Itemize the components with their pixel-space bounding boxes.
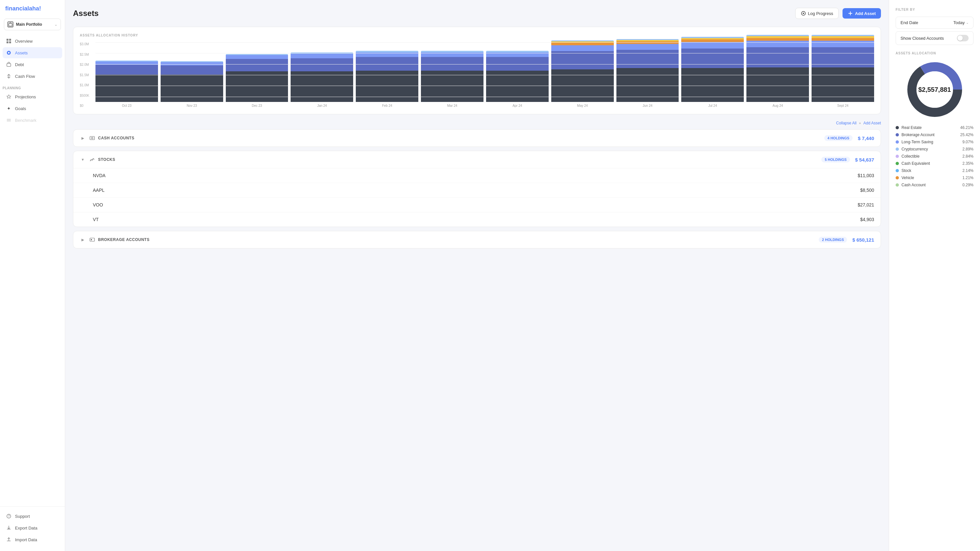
legend-label: Stock — [902, 168, 960, 173]
legend-pct: 2.35% — [963, 161, 974, 166]
sidebar-item-support[interactable]: ? Support — [3, 511, 62, 522]
holding-row-aapl: AAPL $8,500 — [73, 183, 881, 197]
show-closed-filter: Show Closed Accounts — [896, 31, 974, 45]
add-asset-link[interactable]: Add Asset — [863, 121, 881, 125]
legend-pct: 1.21% — [963, 176, 974, 180]
separator-dot — [859, 122, 861, 124]
nav-section-main: Overview Assets Debt Cash Flow — [0, 35, 65, 83]
bar-group: Jun 24 — [616, 39, 679, 108]
legend-item-real-estate: Real Estate 46.21% — [896, 125, 974, 130]
cash-accounts-total: $ 7,440 — [858, 135, 874, 141]
bar-group: Apr 24 — [486, 51, 549, 108]
assets-icon — [6, 50, 12, 56]
cash-accounts-label: CASH ACCOUNTS — [98, 136, 824, 140]
legend-pct: 0.29% — [963, 183, 974, 187]
legend-dot — [896, 140, 899, 144]
donut-center: $2,557,881 — [918, 86, 951, 94]
collapse-all-button[interactable]: Collapse All — [836, 121, 856, 125]
sidebar-item-label: Support — [15, 514, 30, 519]
bar-label: Aug 24 — [772, 104, 783, 108]
allocation-title: ASSETS ALLOCATION — [896, 51, 974, 55]
sidebar-item-goals[interactable]: ✦ Goals — [3, 103, 62, 114]
legend-label: Cash Account — [902, 183, 960, 187]
portfolio-selector[interactable]: Main Portfolio ⌄ — [4, 19, 61, 30]
bar-label: Oct 23 — [122, 104, 131, 108]
bar-label: Dec 23 — [252, 104, 262, 108]
y-label: $2.0M — [80, 63, 89, 67]
legend-list: Real Estate 46.21% Brokerage Account 25.… — [896, 125, 974, 187]
sidebar-item-export[interactable]: Export Data — [3, 522, 62, 534]
account-group-stocks: ▼ STOCKS 5 HOLDINGS $ 54,637 NVDA $11,00… — [73, 151, 881, 227]
bar-group: May 24 — [551, 40, 614, 108]
svg-rect-18 — [90, 238, 94, 241]
y-label: $3.0M — [80, 42, 89, 46]
donut-chart: $2,557,881 — [896, 60, 974, 119]
sidebar-item-label: Export Data — [15, 526, 37, 530]
cash-accounts-header[interactable]: ▶ CASH ACCOUNTS 4 HOLDINGS $ 7,440 — [73, 130, 881, 146]
export-icon — [6, 525, 12, 531]
main-content: Assets Log Progress Add Asset ASSETS ALL… — [65, 0, 980, 551]
bar-label: Feb 24 — [382, 104, 392, 108]
sidebar-item-assets[interactable]: Assets — [3, 47, 62, 58]
legend-label: Long-Term Saving — [902, 140, 960, 144]
planning-section-label: PLANNING — [0, 83, 65, 91]
y-label: $1.0M — [80, 83, 89, 87]
holding-value: $11,003 — [858, 173, 874, 178]
import-icon — [6, 537, 12, 543]
sidebar-item-cashflow[interactable]: Cash Flow — [3, 71, 62, 82]
sidebar-item-label: Overview — [15, 39, 33, 44]
legend-pct: 25.42% — [960, 133, 974, 137]
show-closed-toggle[interactable] — [957, 35, 969, 41]
end-date-filter[interactable]: End Date Today ⌄ — [896, 17, 974, 29]
chevron-down-icon: ⌄ — [966, 21, 969, 24]
legend-item-long-term: Long-Term Saving 9.07% — [896, 140, 974, 144]
bar-group: Jul 24 — [681, 37, 744, 108]
bar-label: Mar 24 — [447, 104, 457, 108]
legend-dot — [896, 155, 899, 158]
support-icon: ? — [6, 513, 12, 519]
sidebar-item-import[interactable]: Import Data — [3, 534, 62, 545]
add-asset-button[interactable]: Add Asset — [843, 8, 881, 19]
stocks-header[interactable]: ▼ STOCKS 5 HOLDINGS $ 54,637 — [73, 151, 881, 168]
legend-pct: 46.21% — [960, 125, 974, 130]
svg-marker-8 — [7, 95, 11, 98]
holding-symbol: VT — [93, 217, 860, 222]
legend-item-cash-equiv: Cash Equivalent 2.35% — [896, 161, 974, 166]
legend-dot — [896, 183, 899, 187]
bar-group: Nov 23 — [161, 61, 223, 108]
y-label: $0 — [80, 104, 89, 108]
bar-group: Mar 24 — [421, 51, 484, 108]
page-header: Assets Log Progress Add Asset — [73, 8, 881, 19]
legend-dot — [896, 148, 899, 151]
log-progress-button[interactable]: Log Progress — [795, 8, 838, 19]
sidebar-item-label: Assets — [15, 51, 28, 56]
account-group-cash: ▶ CASH ACCOUNTS 4 HOLDINGS $ 7,440 — [73, 129, 881, 147]
stocks-holdings-badge: 5 HOLDINGS — [821, 157, 850, 162]
brokerage-holdings-badge: 2 HOLDINGS — [819, 237, 847, 243]
legend-label: Vehicle — [902, 176, 960, 180]
sidebar-item-overview[interactable]: Overview — [3, 35, 62, 46]
legend-label: Collectible — [902, 154, 960, 159]
brokerage-total: $ 650,121 — [852, 237, 874, 243]
end-date-label: End Date — [900, 20, 918, 25]
holding-value: $8,500 — [860, 187, 874, 193]
legend-dot — [896, 162, 899, 165]
legend-pct: 9.07% — [963, 140, 974, 144]
page-title: Assets — [73, 9, 99, 18]
brokerage-header[interactable]: ▶ BROKERAGE ACCOUNTS 2 HOLDINGS $ 650,12… — [73, 231, 881, 248]
holding-row-voo: VOO $27,021 — [73, 197, 881, 212]
svg-point-17 — [92, 137, 93, 139]
sidebar-item-projections[interactable]: Projections — [3, 91, 62, 102]
portfolio-icon — [8, 22, 13, 27]
filter-title: FILTER BY — [896, 8, 974, 11]
sidebar-item-debt[interactable]: Debt — [3, 59, 62, 70]
content-area: Assets Log Progress Add Asset ASSETS ALL… — [65, 0, 889, 551]
goals-icon: ✦ — [6, 105, 12, 111]
bar-label: Jan 24 — [317, 104, 327, 108]
nav-section-planning: Projections ✦ Goals Benchmark — [0, 91, 65, 126]
legend-label: Cryptocurrency — [902, 147, 960, 151]
y-label: $2.5M — [80, 53, 89, 56]
bar-label: May 24 — [577, 104, 588, 108]
debt-icon — [6, 62, 12, 67]
assets-controls: Collapse All Add Asset — [73, 121, 881, 125]
